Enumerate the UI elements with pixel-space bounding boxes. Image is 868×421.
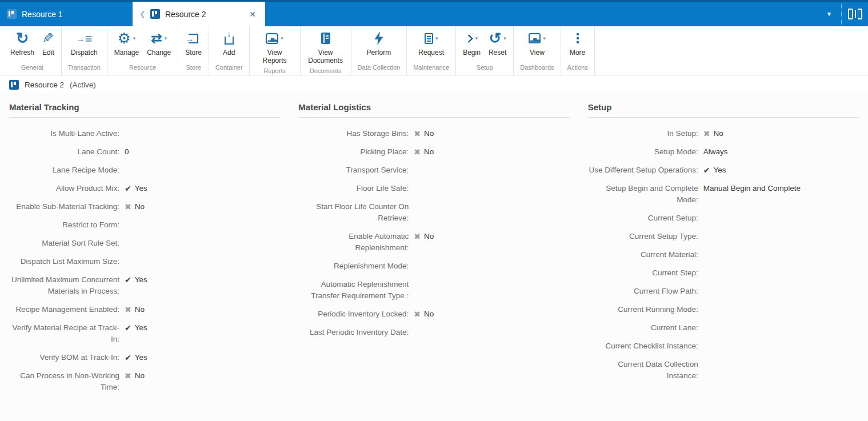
dropdown-caret-icon[interactable]: ▾	[435, 35, 438, 41]
dropdown-caret-icon[interactable]: ▾	[165, 35, 167, 41]
ribbon-buttons: Store	[181, 30, 206, 61]
icon-wrap: ▾	[529, 30, 546, 47]
ribbon-group-label: Maintenance	[410, 61, 453, 75]
view-dashboards-icon	[529, 33, 541, 43]
close-icon[interactable]: ✕	[247, 9, 258, 20]
field-row: Current Data Collection Instance:	[588, 359, 859, 382]
section-material-tracking: Material TrackingIs Multi-Lane Active:La…	[9, 97, 280, 400]
field-label: Current Material:	[588, 249, 698, 260]
status-badge: (Active)	[70, 81, 96, 89]
dropdown-caret-icon[interactable]: ▾	[475, 35, 478, 41]
field-value: ✔Yes	[125, 274, 147, 286]
field-value-text: Yes	[713, 165, 726, 176]
ribbon-group-label: Container	[212, 61, 246, 75]
ribbon-button-label: Refresh	[10, 49, 34, 57]
ribbon-button-label: Store	[185, 49, 202, 57]
dropdown-caret-icon[interactable]: ▾	[281, 35, 283, 41]
titlebar-menu-caret-icon[interactable]: ▼	[817, 11, 841, 17]
back-chevron-icon[interactable]: ❮	[139, 10, 146, 18]
ribbon-button-label: Reset	[489, 49, 506, 57]
ribbon-button-edit[interactable]: Edit	[38, 30, 58, 61]
icon-wrap	[577, 30, 579, 47]
field-value-text: No	[713, 128, 723, 139]
ribbon-group-resource: ▾Manage▾ChangeResource	[107, 26, 178, 75]
field-value: ✖No	[414, 231, 434, 242]
field-value: ✖No	[125, 304, 145, 315]
breadcrumb-title: Resource 2	[25, 81, 64, 89]
ribbon-button-store[interactable]: Store	[181, 30, 206, 61]
icon-wrap	[189, 30, 198, 47]
breadcrumb: Resource 2 (Active)	[0, 75, 868, 94]
section-title: Material Tracking	[9, 102, 280, 118]
field-value: 0	[125, 146, 129, 158]
tab-resource-2[interactable]: ❮Resource 2✕	[133, 2, 265, 26]
field-label: Restrict to Form:	[9, 219, 119, 231]
field-row: Current Setup:	[588, 212, 859, 224]
field-label: Verify BOM at Track-In:	[9, 352, 119, 363]
field-label: Last Periodic Inventory Date:	[298, 327, 409, 338]
ribbon-button-perform[interactable]: Perform	[363, 30, 395, 61]
ribbon-button-change[interactable]: ▾Change	[143, 30, 175, 61]
edit-icon	[42, 31, 54, 45]
ribbon-button-request[interactable]: ▾Request	[414, 30, 448, 61]
icon-wrap: ▾	[489, 30, 506, 47]
field-value: ✔Yes	[125, 322, 147, 334]
dropdown-caret-icon[interactable]: ▾	[503, 35, 506, 41]
check-icon: ✔	[125, 183, 131, 194]
tab-resource-1[interactable]: Resource 1	[0, 2, 133, 26]
dropdown-caret-icon[interactable]: ▾	[543, 35, 546, 41]
ribbon-button-dispatch[interactable]: Dispatch	[67, 30, 102, 61]
field-value-text: No	[424, 308, 434, 320]
icon-wrap: ▾	[266, 30, 283, 47]
icon-wrap	[225, 30, 234, 47]
ribbon-group-container: AddContainer	[209, 26, 250, 75]
field-value-text: No	[424, 128, 434, 139]
ribbon-button-manage[interactable]: ▾Manage	[110, 30, 143, 61]
field-row: Lane Count:0	[9, 146, 280, 158]
cross-icon: ✖	[414, 128, 421, 139]
field-label: Current Step:	[588, 267, 698, 279]
ribbon-button-more[interactable]: More	[566, 30, 589, 61]
field-row: In Setup:✖No	[588, 128, 859, 139]
titlebar-right: ▼	[817, 2, 868, 26]
field-value: ✖No	[125, 201, 145, 212]
field-row: Current Flow Path:	[588, 286, 859, 297]
field-row: Verify BOM at Track-In:✔Yes	[9, 352, 280, 363]
cross-icon: ✖	[125, 201, 131, 212]
field-label: Picking Place:	[298, 146, 409, 158]
reset-icon	[489, 31, 501, 46]
section-setup: SetupIn Setup:✖NoSetup Mode:AlwaysUse Di…	[588, 97, 859, 400]
ribbon-button-begin[interactable]: ▾Begin	[459, 30, 485, 61]
ribbon-button-label: Add	[223, 49, 235, 57]
ribbon-button-view[interactable]: ▾View	[525, 30, 550, 61]
field-value: ✔Yes	[125, 183, 147, 194]
check-icon: ✔	[125, 274, 131, 286]
manage-icon	[118, 31, 131, 46]
ribbon-buttons: ▾Begin▾Reset	[459, 30, 510, 61]
dropdown-caret-icon[interactable]: ▾	[133, 35, 136, 41]
field-value-text: Yes	[135, 352, 147, 363]
ribbon-button-view-reports[interactable]: ▾View Reports	[253, 30, 297, 65]
ribbon: RefreshEditGeneralDispatchTransaction▾Ma…	[0, 26, 868, 75]
tab-label: Resource 1	[22, 10, 126, 19]
perform-icon	[374, 31, 383, 45]
field-row: Start Floor Life Counter On Retrieve:	[298, 201, 569, 224]
field-value-text: No	[424, 231, 434, 242]
field-value: ✖No	[703, 128, 723, 139]
cross-icon: ✖	[125, 370, 131, 382]
ribbon-button-add[interactable]: Add	[219, 30, 239, 61]
ribbon-button-refresh[interactable]: Refresh	[6, 30, 38, 61]
field-label: Lane Count:	[9, 146, 119, 158]
ribbon-group-label: Data Collection	[354, 61, 404, 75]
barcode-scan-button[interactable]	[842, 2, 868, 26]
field-label: Can Process in Non-Working Time:	[9, 370, 119, 393]
resource-icon	[9, 80, 19, 90]
field-label: Start Floor Life Counter On Retrieve:	[298, 201, 409, 224]
ribbon-button-reset[interactable]: ▾Reset	[485, 30, 510, 61]
titlebar: Resource 1❮Resource 2✕ ▼	[0, 0, 868, 26]
ribbon-button-label: More	[570, 49, 585, 57]
field-value-text: Yes	[135, 274, 147, 286]
barcode-bars	[852, 10, 858, 18]
ribbon-button-view-documents[interactable]: View Documents	[303, 30, 348, 65]
view-documents-icon	[321, 33, 330, 44]
